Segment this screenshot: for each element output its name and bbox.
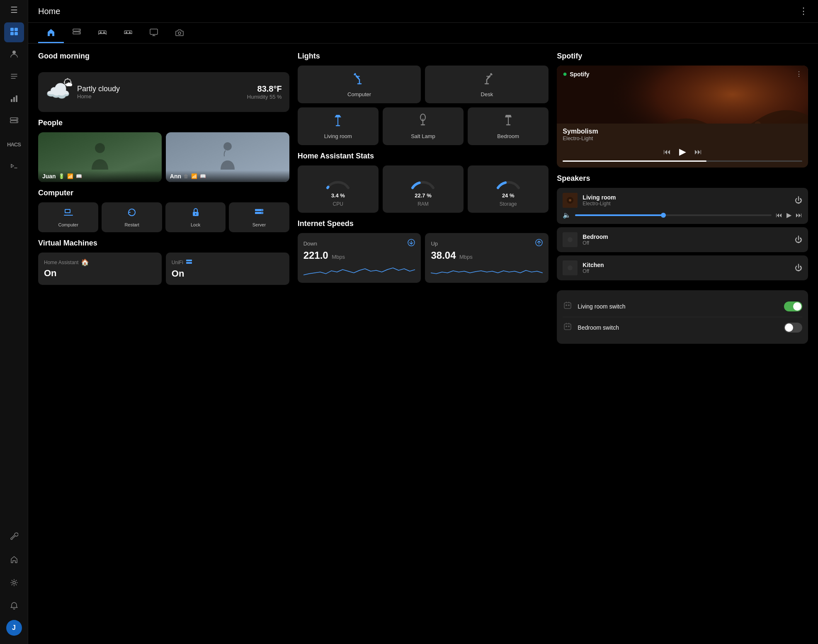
stats-section: Home Assistant Stats 3.4 % CPU [298, 152, 549, 213]
light-label-living-room: Living room [324, 133, 352, 139]
sidebar-bottom: J [4, 527, 24, 639]
tab-camera[interactable] [167, 23, 192, 43]
speaker-living-room-power-button[interactable]: ⏻ [795, 196, 802, 205]
speed-down-value-row: 221.0 Mbps [303, 250, 415, 261]
spotify-title: Spotify [557, 52, 808, 61]
svg-point-32 [178, 32, 181, 34]
sidebar-item-dashboard[interactable] [4, 22, 24, 42]
light-btn-computer[interactable]: Computer [298, 66, 421, 103]
storage-gauge [494, 171, 523, 190]
speaker-kitchen-power-button[interactable]: ⏻ [795, 264, 802, 272]
speaker-bedroom-power-button[interactable]: ⏻ [795, 236, 802, 244]
ram-label: RAM [417, 201, 429, 207]
sidebar-item-list[interactable] [4, 67, 24, 87]
sidebar-item-settings[interactable] [4, 574, 24, 593]
volume-slider[interactable] [575, 214, 772, 216]
tab-monitor[interactable] [141, 23, 167, 43]
computer-title: Computer [38, 189, 289, 197]
speaker-bedroom: Bedroom Off ⏻ [557, 227, 808, 252]
toggle-living-room[interactable] [784, 301, 802, 311]
sidebar-item-person[interactable] [4, 45, 24, 65]
stat-card-storage: 24 % Storage [468, 165, 549, 213]
speaker-prev-button[interactable]: ⏮ [776, 211, 782, 219]
spotify-logo-icon: ● [563, 70, 567, 78]
computer-button-lock-label: Lock [191, 222, 200, 227]
menu-icon[interactable]: ☰ [10, 5, 18, 15]
computer-button-restart[interactable]: Restart [102, 202, 162, 232]
computer-grid: Computer Restart [38, 202, 289, 232]
spotify-song: Symbolism [563, 128, 802, 135]
svg-rect-44 [186, 260, 192, 261]
switches-card: Living room switch [557, 290, 808, 344]
light-btn-desk[interactable]: Desk [425, 66, 549, 103]
avatar[interactable]: J [6, 620, 22, 636]
speaker-bedroom-status: Off [583, 240, 790, 246]
svg-marker-51 [335, 115, 341, 117]
light-btn-salt-lamp[interactable]: Salt Lamp [383, 107, 464, 145]
person-juan-battery: 🔋 [58, 173, 65, 179]
svg-point-39 [195, 214, 196, 215]
toggle-bedroom[interactable] [784, 323, 802, 333]
light-btn-living-room[interactable]: Living room [298, 107, 379, 145]
svg-point-13 [16, 118, 17, 119]
computer-button-computer[interactable]: Computer [38, 202, 98, 232]
speed-down-value: 221.0 [303, 250, 328, 261]
speaker-living-room-status: Electro-Light [583, 201, 790, 207]
speaker-kitchen-name: Kitchen [583, 262, 790, 268]
spotify-next-button[interactable]: ⏭ [694, 148, 702, 156]
topbar: Home ⋮ [28, 0, 818, 23]
svg-rect-29 [150, 29, 158, 34]
switch-living-room-name: Living room switch [578, 303, 779, 310]
lights-top-row: Computer [298, 66, 549, 103]
spotify-prev-button[interactable]: ⏮ [663, 148, 671, 156]
tab-bedroom2[interactable] [115, 23, 141, 43]
person-card-ann[interactable]: Ann 🗑 📶 📖 [166, 132, 289, 182]
weather-info: Partly cloudy Home [77, 85, 240, 100]
speaker-play-button[interactable]: ▶ [786, 211, 791, 219]
light-label-computer: Computer [347, 91, 371, 97]
internet-grid: Down 221.0 Mbps [298, 233, 549, 283]
tab-bedroom1[interactable] [90, 23, 115, 43]
spotify-play-button[interactable]: ▶ [679, 146, 686, 157]
stat-card-cpu: 3.4 % CPU [298, 165, 379, 213]
spotify-controls: ⏮ ▶ ⏭ [557, 143, 808, 160]
vm-grid: Home Assistant 🏠 On UniFi [38, 253, 289, 285]
person-ann-book: 📖 [200, 173, 206, 179]
spotify-section: Spotify [557, 52, 808, 168]
computer-button-lock[interactable]: Lock [165, 202, 226, 232]
lock-icon [191, 207, 201, 220]
speed-up-header: Up [431, 239, 543, 248]
sidebar-item-chart[interactable] [4, 90, 24, 109]
vm-card-unifi[interactable]: UniFi On [166, 253, 289, 285]
sidebar-item-vscode[interactable] [4, 157, 24, 177]
vm-card-homeassistant[interactable]: Home Assistant 🏠 On [38, 253, 162, 285]
sidebar-item-bell[interactable] [4, 597, 24, 617]
gear-icon [10, 578, 18, 589]
sidebar-item-hacs[interactable]: HACS [4, 134, 24, 154]
sidebar-item-home[interactable] [4, 550, 24, 570]
light-btn-bedroom[interactable]: Bedroom [468, 107, 549, 145]
svg-rect-3 [15, 32, 18, 35]
tab-home[interactable] [38, 23, 64, 43]
svg-rect-37 [66, 210, 70, 212]
sidebar-item-server[interactable] [4, 112, 24, 132]
internet-title: Internet Speeds [298, 219, 549, 228]
person-card-juan[interactable]: Juan 🔋 📶 📖 [38, 132, 162, 182]
more-button[interactable]: ⋮ [799, 6, 808, 17]
speed-down-header: Down [303, 239, 415, 248]
speaker-next-button[interactable]: ⏭ [796, 211, 802, 219]
spotify-more-button[interactable]: ⋮ [796, 70, 802, 78]
person-juan-wifi: 📶 [67, 173, 73, 179]
salt-lamp-icon [416, 113, 430, 130]
sidebar-item-tool[interactable] [4, 527, 24, 547]
computer-button-server[interactable]: Server [229, 202, 289, 232]
chart-icon [10, 94, 19, 105]
desk-lamp-icon-gray [479, 71, 494, 88]
speaker-bedroom-art [563, 232, 578, 247]
tab-server[interactable] [64, 23, 90, 43]
cpu-label: CPU [333, 201, 343, 207]
speakers-section: Speakers Living room E [557, 174, 808, 284]
ha-icon: 🏠 [81, 258, 89, 266]
storage-value: 24 % [502, 192, 515, 199]
spotify-progress-bar[interactable] [563, 160, 802, 162]
